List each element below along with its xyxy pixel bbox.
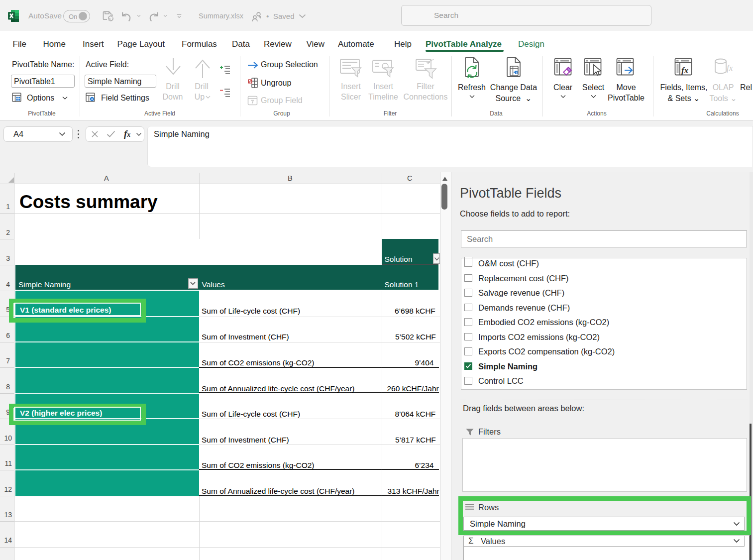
svg-text:fx: fx xyxy=(727,63,733,73)
svg-text:fx: fx xyxy=(681,66,689,75)
